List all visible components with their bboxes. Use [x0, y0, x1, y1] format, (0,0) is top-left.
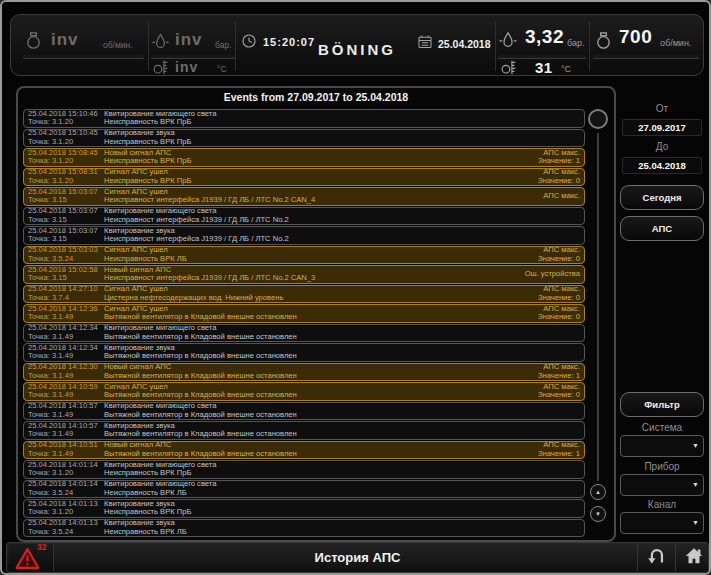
event-status: АПС макс. Значение: 1	[476, 149, 580, 166]
event-row[interactable]: 25.04.2018 15:03:07 Точка: 3.15 Сигнал А…	[23, 187, 585, 206]
event-status: АПС макс.	[476, 192, 580, 200]
engine-rpm-icon	[24, 31, 43, 54]
aps-button[interactable]: АПС	[620, 216, 704, 241]
rpm-left-value: inv	[51, 30, 79, 50]
rpm-left-bar	[23, 55, 144, 58]
event-description: Квитирование мигающего света Неисправнос…	[104, 461, 476, 478]
bottom-bar: 32 История АПС	[6, 542, 709, 573]
to-label: До	[620, 141, 704, 152]
event-row[interactable]: 25.04.2018 15:08:45 Точка: 3.1.20 Новый …	[23, 148, 585, 167]
event-timestamp: 25.04.2018 14:10:57 Точка: 3.1.49	[28, 422, 104, 439]
pressure-left-value: inv	[175, 30, 203, 50]
topbar-date: 25.04.2018	[438, 38, 491, 50]
event-timestamp: 25.04.2018 14:01:14 Точка: 3.1.20	[28, 461, 104, 478]
event-status: АПС макс. Значение: 0	[476, 383, 580, 400]
event-row[interactable]: 25.04.2018 15:03:07 Точка: 3.15 Квитиров…	[23, 226, 585, 245]
event-timestamp: 25.04.2018 14:12:34 Точка: 3.1.49	[28, 344, 104, 361]
event-row[interactable]: 25.04.2018 15:10:46 Точка: 3.1.20 Квитир…	[23, 109, 585, 128]
device-label: Прибор	[620, 461, 704, 472]
temperature-icon	[500, 59, 517, 80]
event-description: Новый сигнал АПС Неисправность ВРК ПрБ	[104, 149, 476, 166]
event-row[interactable]: 25.04.2018 15:02:58 Точка: 3.15 Новый си…	[23, 265, 585, 284]
event-description: Квитирование звука Неисправность ВРК ПрБ	[104, 500, 476, 517]
status-topbar: inv об/мин. inv бар. inv °C 15:20:07 BÖN…	[10, 14, 704, 76]
page-title: История АПС	[7, 543, 708, 572]
event-row[interactable]: 25.04.2018 14:12:34 Точка: 3.1.49 Квитир…	[23, 324, 585, 343]
system-dropdown[interactable]: ▼	[620, 435, 704, 457]
scrollbar-thumb[interactable]	[588, 109, 608, 129]
from-date-field[interactable]: 27.09.2017	[622, 119, 702, 136]
event-row[interactable]: 25.04.2018 14:10:51 Точка: 3.1.49 Новый …	[23, 441, 585, 460]
event-row[interactable]: 25.04.2018 14:10:57 Точка: 3.1.49 Квитир…	[23, 402, 585, 421]
event-status: АПС макс. Значение: 1	[476, 363, 580, 380]
event-row[interactable]: 25.04.2018 15:03:03 Точка: 3.5.24 Сигнал…	[23, 246, 585, 265]
event-row[interactable]: 25.04.2018 14:10:57 Точка: 3.1.49 Квитир…	[23, 421, 585, 440]
clock-icon	[241, 33, 257, 53]
from-label: От	[620, 103, 704, 114]
event-row[interactable]: 25.04.2018 14:12:30 Точка: 3.1.49 Новый …	[23, 363, 585, 382]
channel-label: Канал	[620, 499, 704, 510]
event-row[interactable]: 25.04.2018 15:08:31 Точка: 3.1.20 Сигнал…	[23, 168, 585, 187]
home-button[interactable]	[679, 545, 709, 570]
pressure-right-value: 3,32	[525, 26, 564, 48]
event-row[interactable]: 25.04.2018 14:01:13 Точка: 3.1.20 Квитир…	[23, 499, 585, 518]
temperature-icon	[152, 59, 169, 80]
event-row[interactable]: 25.04.2018 14:27:10 Точка: 3.7.4 Сигнал …	[23, 285, 585, 304]
clock-time: 15:20:07	[263, 36, 315, 48]
event-timestamp: 25.04.2018 14:01:13 Точка: 3.5.24	[28, 519, 104, 536]
events-list: 25.04.2018 15:10:46 Точка: 3.1.20 Квитир…	[23, 109, 585, 538]
device-dropdown[interactable]: ▼	[620, 474, 704, 496]
boening-logo: BÖNING	[318, 41, 396, 58]
event-row[interactable]: 25.04.2018 14:01:14 Точка: 3.5.24 Квитир…	[23, 480, 585, 499]
event-description: Квитирование мигающего света Неисправнос…	[104, 207, 476, 224]
channel-dropdown[interactable]: ▼	[620, 512, 704, 534]
scroll-down-button[interactable]: ▼	[590, 506, 606, 522]
event-description: Квитирование звука Вытяжной вентилятор в…	[104, 422, 476, 439]
event-description: Квитирование мигающего света Вытяжной ве…	[104, 324, 476, 341]
event-description: Квитирование мигающего света Неисправнос…	[104, 110, 476, 127]
divider	[589, 21, 590, 71]
chevron-down-icon: ▼	[692, 519, 699, 527]
temp-left-unit: °C	[217, 64, 227, 74]
event-description: Квитирование звука Неисправност интерфей…	[104, 227, 476, 244]
chevron-down-icon: ▼	[692, 442, 699, 450]
pressure-drop-icon	[152, 33, 169, 54]
event-description: Квитирование звука Вытяжной вентилятор в…	[104, 344, 476, 361]
event-description: Новый сигнал АПС Вытяжной вентилятор в К…	[104, 441, 476, 458]
event-timestamp: 25.04.2018 14:12:34 Точка: 3.1.49	[28, 324, 104, 341]
event-description: Сигнал АПС ушел Вытяжной вентилятор в Кл…	[104, 305, 476, 322]
event-timestamp: 25.04.2018 15:08:31 Точка: 3.1.20	[28, 168, 104, 185]
event-description: Сигнал АПС ушел Вытяжной вентилятор в Кл…	[104, 383, 476, 400]
scroll-up-button[interactable]: ▲	[590, 484, 606, 500]
return-arrow-icon	[645, 545, 667, 571]
event-status: Ош. устройства	[476, 270, 580, 278]
event-timestamp: 25.04.2018 14:12:30 Точка: 3.1.49	[28, 363, 104, 380]
event-row[interactable]: 25.04.2018 15:10:45 Точка: 3.1.20 Квитир…	[23, 129, 585, 148]
event-status: АПС макс. Значение: 1	[476, 441, 580, 458]
event-row[interactable]: 25.04.2018 14:01:13 Точка: 3.5.24 Квитир…	[23, 519, 585, 538]
event-timestamp: 25.04.2018 14:27:10 Точка: 3.7.4	[28, 285, 104, 302]
event-description: Сигнал АПС ушел Неисправность ВРК ЛБ	[104, 246, 476, 263]
temp-right-value: 31	[535, 59, 553, 76]
event-description: Новый сигнал АПС Вытяжной вентилятор в К…	[104, 363, 476, 380]
event-row[interactable]: 25.04.2018 14:10:59 Точка: 3.1.49 Сигнал…	[23, 382, 585, 401]
rpm-right-unit: об/мин.	[660, 38, 691, 48]
event-row[interactable]: 25.04.2018 14:01:14 Точка: 3.1.20 Квитир…	[23, 460, 585, 479]
pressure-right-unit: бар.	[567, 38, 584, 48]
pressure-right-bar	[498, 55, 586, 58]
to-date-field[interactable]: 25.04.2018	[622, 157, 702, 174]
today-button[interactable]: Сегодня	[620, 185, 704, 210]
event-timestamp: 25.04.2018 15:02:58 Точка: 3.15	[28, 266, 104, 283]
event-row[interactable]: 25.04.2018 15:03:07 Точка: 3.15 Квитиров…	[23, 207, 585, 226]
event-row[interactable]: 25.04.2018 14:12:36 Точка: 3.1.49 Сигнал…	[23, 304, 585, 323]
event-status: АПС макс. Значение: 0	[476, 305, 580, 322]
event-timestamp: 25.04.2018 15:03:07 Точка: 3.15	[28, 227, 104, 244]
event-timestamp: 25.04.2018 15:10:45 Точка: 3.1.20	[28, 129, 104, 146]
event-description: Квитирование мигающего света Неисправнос…	[104, 480, 476, 497]
event-description: Сигнал АПС ушел Неисправность ВРК ПрБ	[104, 168, 476, 185]
filter-button[interactable]: Фильтр	[620, 392, 704, 417]
event-row[interactable]: 25.04.2018 14:12:34 Точка: 3.1.49 Квитир…	[23, 343, 585, 362]
event-description: Квитирование звука Неисправность ВРК ПрБ	[104, 129, 476, 146]
back-button[interactable]	[641, 545, 671, 570]
scrollbar-track[interactable]	[597, 133, 599, 481]
